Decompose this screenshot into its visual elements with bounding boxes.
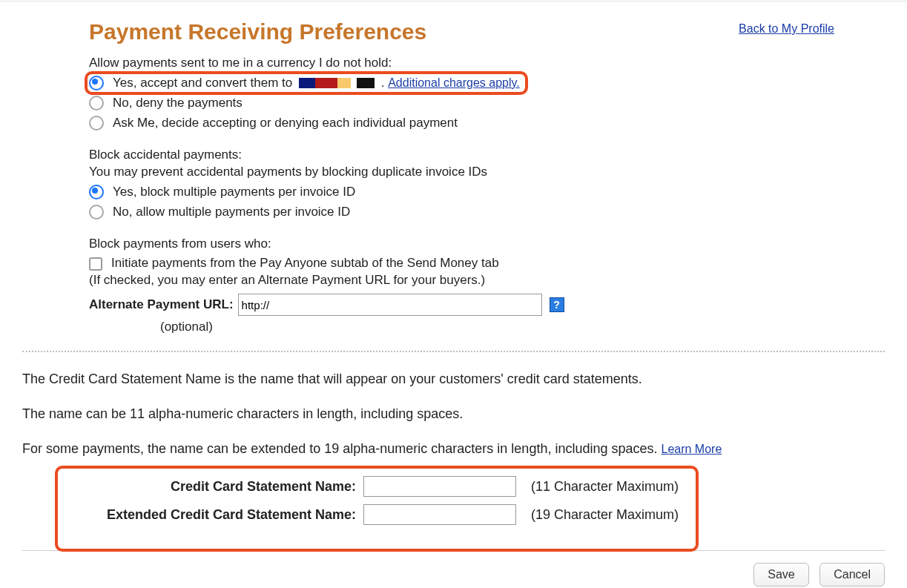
save-button[interactable]: Save (753, 563, 808, 587)
cc-ext-name-input[interactable] (363, 504, 516, 525)
block-no-label: No, allow multiple payments per invoice … (113, 204, 350, 221)
accidental-subtitle: You may prevent accidental payments by b… (89, 164, 885, 181)
cc-name-hint: (11 Character Maximum) (531, 479, 679, 495)
currency-yes-radio[interactable] (89, 76, 104, 90)
block-yes-radio[interactable] (89, 185, 104, 199)
currency-yes-label: Yes, accept and convert them to . Additi… (113, 75, 520, 92)
accidental-title: Block accidental payments: (89, 147, 885, 164)
redacted-currency (299, 78, 375, 88)
currency-ask-radio[interactable] (89, 116, 104, 131)
cc-paragraph-3: For some payments, the name can be exten… (22, 441, 885, 457)
cc-name-input[interactable] (363, 476, 516, 497)
cancel-button[interactable]: Cancel (819, 563, 885, 587)
cc-paragraph-1: The Credit Card Statement Name is the na… (22, 371, 885, 387)
currency-no-radio[interactable] (89, 96, 104, 110)
cc-ext-name-hint: (19 Character Maximum) (531, 507, 679, 523)
block-users-title: Block payments from users who: (89, 236, 885, 253)
block-users-section: Block payments from users who: Initiate … (89, 236, 885, 337)
alt-url-label: Alternate Payment URL: (89, 297, 234, 314)
currency-ask-label: Ask Me, decide accepting or denying each… (113, 115, 458, 132)
currency-no-label: No, deny the payments (113, 95, 243, 112)
bottom-divider (22, 550, 885, 551)
help-icon[interactable]: ? (550, 297, 564, 312)
page-title: Payment Receiving Preferences (89, 19, 739, 44)
block-payanyone-checkbox[interactable] (89, 257, 102, 271)
additional-charges-link[interactable]: Additional charges apply. (388, 76, 520, 89)
block-no-radio[interactable] (89, 205, 104, 219)
block-yes-label: Yes, block multiple payments per invoice… (113, 184, 355, 201)
alt-url-input[interactable] (238, 294, 542, 316)
currency-question: Allow payments sent to me in a currency … (89, 55, 885, 72)
accidental-payments-section: Block accidental payments: You may preve… (89, 147, 885, 221)
dotted-divider (22, 351, 885, 352)
alt-url-optional: (optional) (160, 319, 885, 336)
cc-name-label: Credit Card Statement Name: (59, 479, 356, 495)
block-users-hint: (If checked, you may enter an Alternate … (89, 272, 885, 289)
block-payanyone-label: Initiate payments from the Pay Anyone su… (111, 255, 499, 272)
cc-ext-name-label: Extended Credit Card Statement Name: (59, 507, 356, 523)
currency-preference-section: Allow payments sent to me in a currency … (89, 55, 885, 132)
learn-more-link[interactable]: Learn More (662, 443, 722, 455)
back-to-profile-link[interactable]: Back to My Profile (739, 22, 834, 36)
cc-paragraph-2: The name can be 11 alpha-numeric charact… (22, 406, 885, 422)
